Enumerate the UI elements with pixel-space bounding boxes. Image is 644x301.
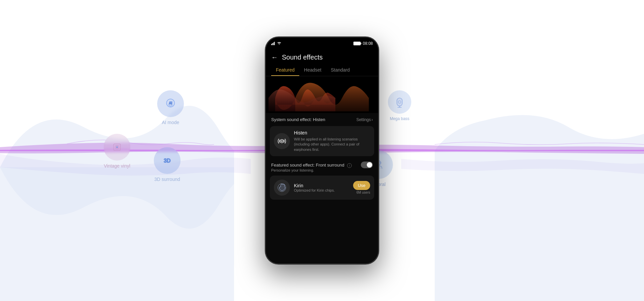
- back-button[interactable]: ←: [271, 54, 278, 61]
- status-left: [271, 42, 281, 45]
- featured-sound-label: Featured sound effect: Front surround: [271, 163, 344, 168]
- wifi-icon: [277, 42, 281, 45]
- waveform-display: [266, 76, 378, 113]
- svg-point-19: [281, 140, 283, 142]
- svg-rect-7: [397, 98, 402, 106]
- svg-point-4: [117, 147, 118, 148]
- featured-sound-row: Featured sound effect: Front surround i: [271, 162, 373, 168]
- svg-rect-13: [272, 43, 273, 45]
- floating-icon-3d-surround: 3D 3D surround: [154, 147, 181, 182]
- status-right: 08:08: [353, 41, 373, 46]
- kirin-users-count: 6M users: [356, 191, 370, 194]
- histen-name: Histen: [294, 130, 370, 135]
- kirin-right-controls: Use 6M users: [353, 181, 370, 194]
- tab-featured[interactable]: Featured: [271, 64, 299, 76]
- floating-icon-mega-bass: Mega bass: [388, 90, 411, 121]
- svg-rect-15: [274, 42, 275, 45]
- svg-rect-14: [273, 42, 274, 45]
- featured-sound-sublabel: Personalize your listening.: [271, 168, 373, 172]
- screen-title: Sound effects: [282, 54, 323, 61]
- app-screen: ← Sound effects Featured Headset Standar…: [266, 49, 378, 264]
- system-sound-label: System sound effect: Histen: [271, 117, 325, 122]
- kirin-info: Kirin Optimized for Kirin chips.: [294, 183, 349, 192]
- screen-header: ← Sound effects: [266, 49, 378, 64]
- kirin-card-icon: [277, 183, 287, 193]
- tab-standard[interactable]: Standard: [326, 64, 354, 76]
- kirin-card-description: Optimized for Kirin chips.: [294, 188, 349, 192]
- kirin-card[interactable]: Kirin Optimized for Kirin chips. Use 6M …: [270, 176, 374, 200]
- histen-icon-circle: [274, 133, 290, 149]
- svg-rect-12: [271, 44, 272, 45]
- status-time: 08:08: [363, 41, 373, 46]
- svg-rect-16: [353, 42, 360, 45]
- floating-icon-ai-mode: AI AI mode: [157, 90, 184, 125]
- svg-text:AI: AI: [169, 101, 172, 105]
- megabass-icon: [392, 95, 407, 109]
- featured-sound-toggle[interactable]: [361, 162, 373, 168]
- histen-info: Histen Will be applied in all listening …: [294, 130, 370, 152]
- histen-description: Will be applied in all listening scenari…: [294, 137, 370, 152]
- phone-screen: 08:08 ← Sound effects Featured Headset S…: [265, 37, 379, 264]
- kirin-icon-circle: [274, 180, 290, 196]
- featured-sound-info: Featured sound effect: Front surround i: [271, 162, 352, 168]
- tab-headset[interactable]: Headset: [299, 64, 326, 76]
- info-icon[interactable]: i: [347, 163, 352, 168]
- system-sound-bar: System sound effect: Histen Settings ›: [266, 113, 378, 125]
- floating-icon-vintage-vinyl: Vintage vinyl: [104, 134, 130, 169]
- waveform-svg: [269, 78, 375, 111]
- 3d-icon: 3D: [160, 153, 175, 168]
- kirin-card-name: Kirin: [294, 183, 349, 188]
- status-bar: 08:08: [266, 37, 378, 49]
- svg-text:3D: 3D: [164, 158, 171, 164]
- vintage-icon: [110, 140, 124, 155]
- svg-rect-17: [360, 43, 361, 44]
- vintage-vinyl-label: Vintage vinyl: [104, 163, 130, 169]
- ai-icon: AI: [163, 96, 178, 111]
- histen-icon: [277, 136, 287, 146]
- 3d-surround-label: 3D surround: [154, 177, 180, 182]
- ai-mode-label: AI mode: [162, 120, 179, 125]
- mega-bass-label: Mega bass: [390, 116, 410, 121]
- kirin-use-button[interactable]: Use: [353, 181, 370, 190]
- signal-icon: [271, 42, 276, 45]
- battery-icon: [353, 41, 361, 45]
- tab-bar: Featured Headset Standard: [266, 64, 378, 76]
- settings-link[interactable]: Settings ›: [356, 117, 373, 122]
- histen-card[interactable]: Histen Will be applied in all listening …: [270, 126, 374, 156]
- phone-device: 08:08 ← Sound effects Featured Headset S…: [265, 37, 379, 264]
- featured-sound-section: Featured sound effect: Front surround i …: [266, 158, 378, 174]
